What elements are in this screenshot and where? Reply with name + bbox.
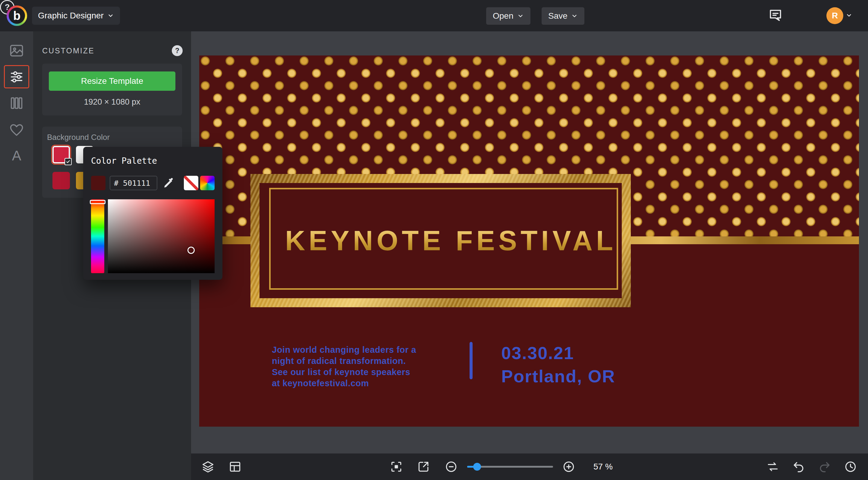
panel-header: CUSTOMIZE ? xyxy=(42,45,183,56)
zoom-controls: 57 % xyxy=(390,453,613,480)
bottom-toolbar: 57 % xyxy=(191,453,868,480)
open-button[interactable]: Open xyxy=(486,7,530,25)
color-palette-popup: Color Palette xyxy=(83,147,222,280)
history-button[interactable] xyxy=(844,460,857,473)
logo-letter: b xyxy=(9,7,25,24)
undo-icon xyxy=(792,460,805,473)
color-input-row xyxy=(91,176,215,190)
swatch-dark-red[interactable] xyxy=(53,172,70,189)
tool-rail: A xyxy=(0,31,33,480)
vertical-divider[interactable] xyxy=(470,342,472,379)
undo-button[interactable] xyxy=(792,460,805,473)
sidebar-item-templates[interactable] xyxy=(0,90,33,116)
sidebar-item-text[interactable]: A xyxy=(0,142,33,169)
layer-manager-button[interactable] xyxy=(201,460,215,473)
zoom-percentage: 57 % xyxy=(593,462,613,472)
current-color-swatch xyxy=(91,176,105,190)
zoom-out-button[interactable] xyxy=(444,460,458,473)
heart-icon xyxy=(9,121,24,137)
chevron-down-icon xyxy=(107,12,114,19)
save-button[interactable]: Save xyxy=(541,7,584,25)
panel-title: CUSTOMIZE xyxy=(42,47,95,55)
plus-circle-icon xyxy=(562,460,575,473)
account-avatar[interactable]: R xyxy=(827,7,843,24)
gold-glitter-frame[interactable]: KEYNOTE FESTIVAL xyxy=(250,174,631,307)
text-tool-icon: A xyxy=(12,149,22,162)
compare-button[interactable] xyxy=(766,460,779,473)
saturation-handle[interactable] xyxy=(187,247,195,254)
saturation-area[interactable] xyxy=(108,199,215,273)
minus-circle-icon xyxy=(444,460,458,473)
template-manager-button[interactable] xyxy=(228,460,242,473)
columns-icon xyxy=(9,95,24,111)
redo-button[interactable] xyxy=(818,460,831,473)
top-bar: b Graphic Designer Open Save xyxy=(0,0,868,31)
fit-screen-icon xyxy=(390,460,403,473)
zoom-in-button[interactable] xyxy=(562,460,575,473)
app-switcher-button[interactable]: Graphic Designer xyxy=(32,7,120,25)
template-icon xyxy=(228,460,242,473)
comment-icon xyxy=(768,8,783,23)
hue-slider[interactable] xyxy=(91,199,104,273)
workspace: KEYNOTE FESTIVAL Join world changing lea… xyxy=(191,31,868,453)
eyedropper-button[interactable] xyxy=(163,177,175,189)
befunky-logo[interactable]: b xyxy=(7,5,27,26)
open-in-new-icon xyxy=(417,460,430,473)
resize-card: Resize Template 1920 × 1080 px xyxy=(42,64,182,116)
frame-inner-panel: KEYNOTE FESTIVAL xyxy=(259,183,622,298)
app-name: Graphic Designer xyxy=(38,11,104,21)
no-color-swatch[interactable] xyxy=(184,176,198,190)
save-label: Save xyxy=(548,11,567,21)
event-date: 03.30.21 xyxy=(501,341,615,364)
hex-color-input[interactable] xyxy=(110,176,157,190)
question-mark-icon: ? xyxy=(175,47,179,55)
open-label: Open xyxy=(493,11,514,21)
chevron-down-icon xyxy=(517,13,524,19)
swatch-red-selected[interactable] xyxy=(53,146,70,163)
popup-title: Color Palette xyxy=(91,156,157,166)
history-group xyxy=(766,453,857,480)
event-details[interactable]: 03.30.21 Portland, OR xyxy=(501,341,615,388)
avatar-initial: R xyxy=(832,11,838,21)
zoom-slider[interactable] xyxy=(467,466,553,468)
eyedropper-icon xyxy=(163,177,175,189)
sidebar-item-favorites[interactable] xyxy=(0,116,33,142)
background-color-label: Background Color xyxy=(47,133,110,142)
fit-to-screen-button[interactable] xyxy=(390,460,403,473)
chevron-down-icon[interactable] xyxy=(846,12,852,19)
canvas-dimensions: 1920 × 1080 px xyxy=(42,97,182,107)
panel-help-button[interactable]: ? xyxy=(172,45,183,56)
app-window: b Graphic Designer Open Save xyxy=(0,0,868,480)
feedback-button[interactable] xyxy=(768,8,783,23)
chevron-down-icon xyxy=(571,13,578,19)
color-picker xyxy=(91,199,215,273)
check-icon xyxy=(64,158,72,165)
zoom-slider-handle[interactable] xyxy=(473,463,481,471)
resize-template-button[interactable]: Resize Template xyxy=(49,71,176,91)
image-icon xyxy=(9,43,24,59)
clock-icon xyxy=(844,460,857,473)
body-text[interactable]: Join world changing leaders for a night … xyxy=(272,344,416,389)
sliders-icon xyxy=(9,69,24,85)
redo-icon xyxy=(818,460,831,473)
sidebar-item-customize[interactable] xyxy=(0,64,33,90)
hue-slider-handle[interactable] xyxy=(90,200,105,204)
layers-icon xyxy=(201,460,215,473)
swap-arrows-icon xyxy=(766,460,779,473)
bottom-left-group xyxy=(201,453,242,480)
design-canvas[interactable]: KEYNOTE FESTIVAL Join world changing lea… xyxy=(199,56,859,427)
sidebar-item-image-manager[interactable] xyxy=(0,37,33,64)
rainbow-color-swatch[interactable] xyxy=(200,176,215,190)
preview-button[interactable] xyxy=(417,460,430,473)
headline-text[interactable]: KEYNOTE FESTIVAL xyxy=(285,225,617,257)
event-location: Portland, OR xyxy=(501,364,615,388)
